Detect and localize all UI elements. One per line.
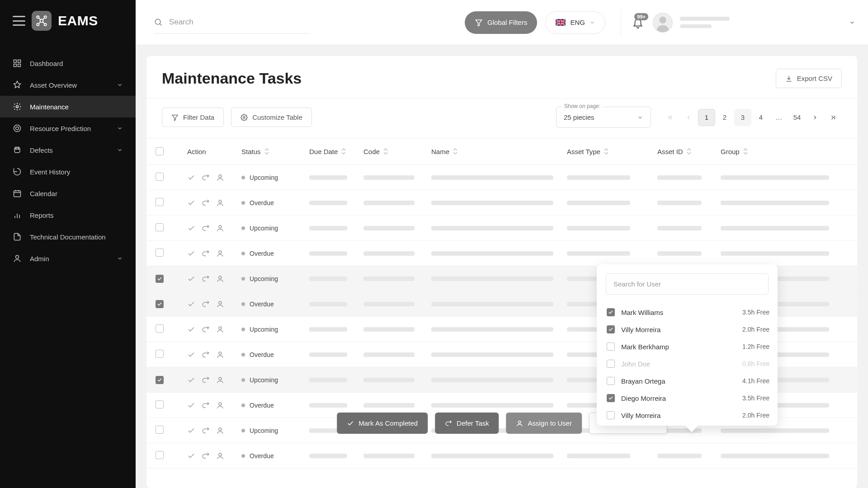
sidebar-item-admin[interactable]: Admin <box>0 248 136 269</box>
assign-action-icon[interactable] <box>216 427 224 435</box>
pager-page[interactable]: 3 <box>734 109 751 126</box>
user-list-item[interactable]: Mark Williams3.5h Free <box>606 304 770 321</box>
user-list[interactable]: Mark Williams3.5h FreeVilly Morreira2.0h… <box>606 304 776 426</box>
defer-action-icon[interactable] <box>202 401 210 409</box>
page-size-select[interactable]: Show on page: 25 piecies <box>556 107 651 128</box>
assign-action-icon[interactable] <box>216 275 224 283</box>
column-header[interactable]: Code <box>363 148 431 155</box>
defer-action-icon[interactable] <box>202 325 210 333</box>
row-checkbox[interactable] <box>156 376 164 384</box>
assign-action-icon[interactable] <box>216 351 224 359</box>
row-checkbox[interactable] <box>156 350 164 358</box>
complete-action-icon[interactable] <box>187 224 195 232</box>
defer-action-icon[interactable] <box>202 376 210 384</box>
defer-action-icon[interactable] <box>202 224 210 232</box>
pager-first[interactable] <box>662 109 679 126</box>
sort-icon[interactable] <box>383 148 388 155</box>
sort-icon[interactable] <box>604 148 609 155</box>
user-list-item[interactable]: Villy Morreira2.0h Free <box>606 407 770 424</box>
mark-completed-button[interactable]: Mark As Completed <box>337 413 428 434</box>
row-checkbox[interactable] <box>156 223 164 231</box>
defer-action-icon[interactable] <box>202 275 210 283</box>
row-checkbox[interactable] <box>156 173 164 181</box>
sidebar-item-maintenance[interactable]: Maintenance <box>0 96 136 117</box>
pager-page[interactable]: 4 <box>752 109 769 126</box>
user-avatar[interactable] <box>653 13 673 33</box>
defer-action-icon[interactable] <box>202 174 210 182</box>
column-header[interactable]: Asset Type <box>567 148 657 155</box>
sidebar-item-dashboard[interactable]: Dashboard <box>0 52 136 74</box>
table-row[interactable]: Overdue <box>146 443 857 469</box>
defer-task-button[interactable]: Defer Task <box>435 413 499 434</box>
column-header[interactable]: Asset ID <box>657 148 721 155</box>
user-checkbox[interactable] <box>607 325 615 333</box>
assign-action-icon[interactable] <box>216 452 224 460</box>
sort-icon[interactable] <box>453 148 458 155</box>
column-header[interactable]: Due Date <box>309 148 363 155</box>
sort-icon[interactable] <box>264 148 269 155</box>
user-list-item[interactable]: Brayan Ortega4.1h Free <box>606 372 770 389</box>
sidebar-item-calendar[interactable]: Calendar <box>0 183 136 204</box>
row-checkbox[interactable] <box>156 400 164 408</box>
sidebar-item-defects[interactable]: Defects <box>0 139 136 161</box>
complete-action-icon[interactable] <box>187 401 195 409</box>
user-checkbox[interactable] <box>607 377 615 385</box>
pager-page[interactable]: 2 <box>716 109 733 126</box>
table-row[interactable]: Upcoming <box>146 216 857 241</box>
user-search-input[interactable] <box>606 273 769 295</box>
notifications-button[interactable]: 99+ <box>632 17 644 28</box>
sort-icon[interactable] <box>743 148 748 155</box>
customize-table-button[interactable]: Customize Table <box>231 108 312 127</box>
sidebar-item-resource-prediction[interactable]: Resource Prediction <box>0 117 136 139</box>
pager-last[interactable] <box>825 109 842 126</box>
assign-action-icon[interactable] <box>216 249 224 258</box>
pager-page[interactable]: 54 <box>788 109 806 126</box>
assign-action-icon[interactable] <box>216 325 224 333</box>
user-list-item[interactable]: Mark Berkhamp1.2h Free <box>606 338 770 355</box>
assign-action-icon[interactable] <box>216 376 224 384</box>
sidebar-item-event-history[interactable]: Event History <box>0 161 136 183</box>
table-row[interactable]: Upcoming <box>146 165 857 190</box>
pager-prev[interactable] <box>680 109 697 126</box>
search-input[interactable] <box>169 18 309 27</box>
export-csv-button[interactable]: Export CSV <box>776 69 842 88</box>
assign-action-icon[interactable] <box>216 300 224 308</box>
user-checkbox[interactable] <box>607 343 615 351</box>
table-row[interactable]: Overdue <box>146 241 857 266</box>
assign-action-icon[interactable] <box>216 224 224 232</box>
defer-action-icon[interactable] <box>202 427 210 435</box>
user-list-item[interactable]: Diego Morreira3.5h Free <box>606 389 770 407</box>
user-checkbox[interactable] <box>607 394 615 402</box>
user-menu-chevron-icon[interactable] <box>849 19 855 26</box>
row-checkbox[interactable] <box>156 300 164 308</box>
defer-action-icon[interactable] <box>202 351 210 359</box>
global-filters-button[interactable]: Global Filters <box>465 11 537 34</box>
user-checkbox[interactable] <box>607 308 615 316</box>
pager-page[interactable]: … <box>770 109 788 126</box>
assign-user-button[interactable]: Assign to User <box>506 413 582 434</box>
sidebar-item-technical-documentation[interactable]: Technical Documentation <box>0 226 136 248</box>
complete-action-icon[interactable] <box>187 376 195 384</box>
select-all-checkbox[interactable] <box>156 147 164 155</box>
row-checkbox[interactable] <box>156 275 164 283</box>
complete-action-icon[interactable] <box>187 199 195 207</box>
complete-action-icon[interactable] <box>187 275 195 283</box>
complete-action-icon[interactable] <box>187 174 195 182</box>
row-checkbox[interactable] <box>156 324 164 333</box>
column-header[interactable]: Name <box>431 148 567 155</box>
user-list-item[interactable]: Villy Morreira2.0h Free <box>606 321 770 338</box>
complete-action-icon[interactable] <box>187 452 195 460</box>
complete-action-icon[interactable] <box>187 249 195 258</box>
row-checkbox[interactable] <box>156 426 164 434</box>
defer-action-icon[interactable] <box>202 300 210 308</box>
pager-page[interactable]: 1 <box>698 109 715 126</box>
user-list-item[interactable]: Mark Berkhamp1.2h Free <box>606 424 770 426</box>
assign-action-icon[interactable] <box>216 401 224 409</box>
user-checkbox[interactable] <box>607 411 615 419</box>
complete-action-icon[interactable] <box>187 427 195 435</box>
defer-action-icon[interactable] <box>202 199 210 207</box>
assign-action-icon[interactable] <box>216 199 224 207</box>
hamburger-icon[interactable] <box>13 16 25 26</box>
row-checkbox[interactable] <box>156 249 164 257</box>
complete-action-icon[interactable] <box>187 300 195 308</box>
